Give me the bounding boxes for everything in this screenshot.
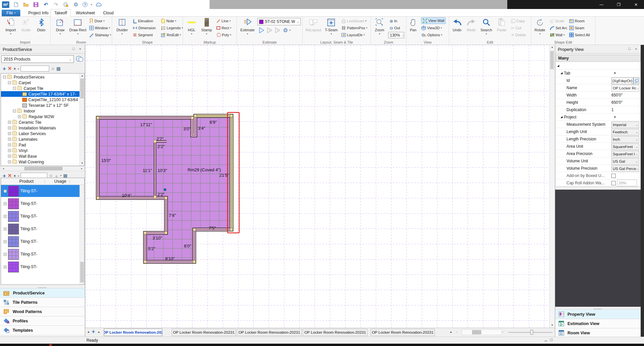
usage-row[interactable]: +Tiling-ST-: [1, 198, 84, 210]
estimate-settings-dropdown-icon[interactable]: ▾: [289, 29, 291, 32]
copy-id-icon[interactable]: [633, 78, 639, 84]
rect-button[interactable]: Rect▾: [216, 25, 231, 31]
tab-project-info[interactable]: Project Info: [25, 9, 52, 17]
usage-row[interactable]: +Tiling-ST-: [1, 223, 84, 235]
nav-wood-patterns[interactable]: Wood Patterns: [0, 307, 85, 316]
draw-rect-button[interactable]: Draw Rect▾: [69, 17, 87, 36]
scale-button[interactable]: A Scale: [19, 17, 33, 32]
lockseam-button[interactable]: LockSeam▾: [341, 18, 367, 24]
area-precision-dropdown[interactable]: SquareFeet I⌄: [611, 151, 639, 157]
property-row-cap-roll[interactable]: Cap Roll Addon Wa... 20%: [556, 179, 640, 187]
layoutdir-button[interactable]: LayoutDir▾: [341, 32, 365, 38]
poly-button[interactable]: Poly▾: [216, 32, 231, 38]
delete-button[interactable]: ✕ Delete: [511, 32, 526, 38]
rmedit-button[interactable]: RmEdit▾: [161, 32, 181, 38]
delete-product-icon[interactable]: ✕: [8, 66, 12, 72]
panel-collapse-icon[interactable]: «: [79, 47, 81, 51]
tseam-button[interactable]: T-Seam▾: [323, 17, 339, 36]
elevation-button[interactable]: Elevation: [133, 18, 153, 24]
volume-unit-dropdown[interactable]: US Gal⌄: [611, 158, 639, 165]
tree-item[interactable]: CarpetTile_12100 17-63/64: [1, 97, 84, 102]
open-folder-icon[interactable]: [23, 1, 29, 8]
export-database-icon[interactable]: [63, 1, 69, 8]
usage-vertical-scrollbar[interactable]: [80, 185, 84, 284]
file-menu-button[interactable]: File▾: [2, 10, 20, 16]
sheet-tab[interactable]: OP Locker Room Renovation-20231: [303, 329, 368, 336]
redo-quick-icon[interactable]: ↷: [53, 1, 59, 8]
property-row-length-precision[interactable]: Length Precision Inch⌄: [556, 135, 640, 143]
undo-button[interactable]: Undo: [450, 17, 464, 32]
run-step-icon[interactable]: [265, 27, 273, 34]
stairway-button[interactable]: Stairway▾: [89, 32, 111, 38]
rotate-button[interactable]: Rotate▾: [533, 17, 547, 36]
minimize-button[interactable]: —: [594, 0, 609, 9]
tab-cloud[interactable]: Cloud: [100, 9, 117, 17]
search-button[interactable]: Search▾: [479, 17, 494, 36]
options-button[interactable]: ⚙⚙ Options▾: [421, 32, 442, 38]
name-dropdown[interactable]: OP Locker Rc⌄: [611, 85, 639, 91]
drawing-canvas[interactable]: 17'11" 6'9" 3'0" 3'4" 2'7" 2'2" 15'0" 11…: [85, 45, 555, 337]
close-button[interactable]: ✕: [629, 0, 643, 9]
cap-roll-checkbox[interactable]: [611, 181, 616, 185]
property-section-tab[interactable]: ◢Tab ▼: [556, 70, 640, 77]
restore-layout-icon[interactable]: □: [550, 337, 553, 342]
usage-warning-dropdown-icon[interactable]: ▾: [60, 174, 62, 177]
tree-item[interactable]: +Installation Materials: [1, 125, 84, 131]
copy-button[interactable]: Copy: [511, 18, 525, 24]
property-collapse-icon[interactable]: »: [635, 47, 637, 51]
usage-row[interactable]: +Tiling-ST-: [1, 248, 84, 260]
draw-button[interactable]: Draw▾: [53, 17, 67, 36]
addon-checkbox[interactable]: [611, 174, 616, 178]
settings-gear-icon[interactable]: ⚙: [73, 1, 79, 8]
column-usage[interactable]: Usage: [54, 179, 66, 184]
tree-search-input[interactable]: [21, 66, 49, 72]
sheet-tab[interactable]: OP Locker Room Renovation-20231: [172, 329, 236, 336]
view3d-button[interactable]: View3D▾: [421, 25, 442, 31]
save-icon[interactable]: [33, 1, 39, 8]
property-row-volume-unit[interactable]: Volume Unit US Gal⌄: [556, 157, 640, 165]
estimate-product-dropdown[interactable]: ST-02 STONE W ⌄: [257, 18, 301, 25]
volume-precision-dropdown[interactable]: US Gal Perce⌄: [611, 165, 639, 172]
column-product[interactable]: Product: [19, 179, 34, 184]
property-row-area-unit[interactable]: Area Unit SquareFeet⌄: [556, 143, 640, 150]
tree-item[interactable]: +Labor Services: [1, 131, 84, 136]
view-button-property[interactable]: Property View: [555, 309, 641, 319]
maximize-button[interactable]: ❐: [611, 0, 626, 9]
select-all-button[interactable]: Select All: [569, 32, 590, 38]
paste-button[interactable]: Paste: [495, 17, 508, 32]
tree-item[interactable]: +Wall Base: [1, 153, 84, 159]
help-dropdown-icon[interactable]: ▾: [91, 3, 92, 6]
usage-row[interactable]: +Tiling-ST-: [1, 236, 84, 248]
property-row-addon[interactable]: Add-on by Boxed U...: [556, 172, 640, 179]
nav-product-service[interactable]: Product/Service: [0, 288, 85, 297]
tree-item[interactable]: +Regular W2W: [1, 114, 84, 119]
room-button[interactable]: Room: [569, 18, 584, 24]
sheet-tab[interactable]: OP Locker Room Renovation-20231: [371, 329, 435, 336]
seam-button[interactable]: Seam: [569, 25, 584, 31]
run-estimate-icon[interactable]: [257, 27, 265, 34]
divider-button[interactable]: Divider▾: [115, 17, 129, 36]
tree-horizontal-scrollbar[interactable]: ◂ ▸: [1, 166, 84, 171]
wall-button[interactable]: Wall▾: [550, 32, 565, 38]
tree-item[interactable]: +Ceramic Tile: [1, 119, 84, 125]
panel-float-icon[interactable]: □: [73, 47, 75, 51]
sheet-tab[interactable]: OP Locker Room Renovation-20231: [237, 329, 302, 336]
collapse-icon[interactable]: -: [18, 66, 19, 71]
zoom-button[interactable]: Zoom▾: [372, 17, 387, 36]
sheet-tab-active[interactable]: OP Locker Room Renovation-202: [104, 329, 162, 336]
set-arc-button[interactable]: Set Arc: [550, 25, 567, 31]
area-unit-dropdown[interactable]: SquareFeet⌄: [611, 143, 639, 150]
length-unit-dropdown[interactable]: FeetInch⌄: [611, 129, 639, 135]
undo-quick-icon[interactable]: ↶: [43, 1, 49, 8]
view-button-estimation[interactable]: Estimation View: [555, 319, 641, 328]
expand-icon[interactable]: +: [14, 66, 16, 71]
new-document-icon[interactable]: [13, 1, 19, 8]
add-product-icon[interactable]: +: [3, 66, 6, 72]
property-root-row[interactable]: ◢: [556, 62, 640, 70]
catalog-dropdown[interactable]: 2015 Products⌄: [1, 55, 74, 63]
tree-item[interactable]: +Wall Covering: [1, 159, 84, 165]
segment-button[interactable]: Segment: [133, 32, 153, 38]
legends-button[interactable]: Legends▾: [161, 25, 183, 31]
run-all-icon[interactable]: [273, 27, 281, 34]
scale-shape-button[interactable]: A Scale: [550, 18, 564, 24]
